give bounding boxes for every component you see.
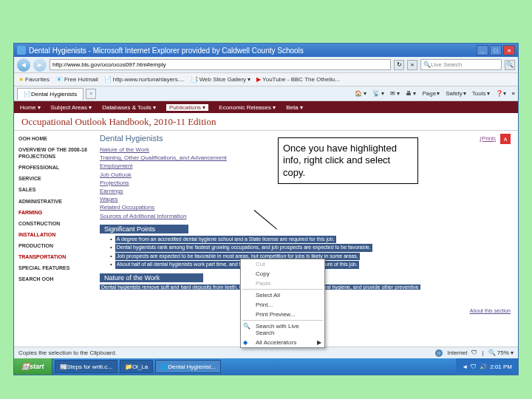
fav-link[interactable]: 📄 http-www.nortonahlayers....: [104, 76, 185, 83]
taskbar-item[interactable]: 📰 Steps for writi.c...: [55, 360, 117, 373]
menu-select-all[interactable]: Select All: [241, 290, 324, 300]
tools-menu[interactable]: Tools ▾: [472, 90, 490, 97]
close-button[interactable]: ×: [503, 45, 515, 55]
left-sidebar: OOH HOME OVERVIEW OF THE 2008-18 PROJECT…: [14, 131, 94, 347]
stop-button[interactable]: ×: [407, 60, 417, 70]
status-text: Copies the selection to the Clipboard.: [18, 349, 117, 356]
url-input[interactable]: http://www.bls.gov/oco/ocos097.htm#emply: [50, 59, 391, 70]
instruction-callout: Once you have highlighted info, right cl…: [278, 137, 418, 184]
sidebar-item[interactable]: SERVICE: [18, 175, 89, 182]
safety-menu[interactable]: Safety ▾: [446, 90, 466, 97]
section-link[interactable]: Related Occupations: [100, 203, 512, 211]
print-button[interactable]: 🖶 ▾: [406, 90, 416, 97]
highlighted-text[interactable]: Dental hygienists rank among the fastest…: [115, 244, 372, 252]
section-link[interactable]: Earnings: [100, 187, 512, 195]
refresh-button[interactable]: ↻: [394, 60, 404, 70]
site-nav: Home ▾ Subject Areas ▾ Databases & Tools…: [14, 101, 518, 113]
taskbar-item[interactable]: 📁 Ol_La: [120, 360, 153, 373]
sidebar-item[interactable]: TRANSPORTATION: [18, 253, 89, 260]
address-bar: ◄ ► http://www.bls.gov/oco/ocos097.htm#e…: [14, 57, 518, 73]
mail-button[interactable]: ✉ ▾: [390, 90, 400, 97]
about-section-link[interactable]: About this section: [470, 308, 511, 313]
sidebar-item[interactable]: INSTALLATION: [18, 231, 89, 238]
sidebar-item[interactable]: PROFESSIONAL: [18, 164, 89, 171]
favorites-bar: ★Favorites 📧 Free Hotmail 📄 http-www.nor…: [14, 73, 518, 86]
fav-link[interactable]: 📧 Free Hotmail: [55, 76, 98, 83]
maximize-button[interactable]: □: [490, 45, 502, 55]
menu-accelerators[interactable]: ◆All Accelerators▶: [241, 338, 324, 347]
nav-item[interactable]: Beta ▾: [286, 104, 303, 111]
system-tray[interactable]: ◄🛡🔊 2:01 PM: [456, 358, 518, 375]
tab-bar: 📄 Dental Hygienists ▫ 🏠 ▾ 📡 ▾ ✉ ▾ 🖶 ▾ Pa…: [14, 86, 518, 101]
window-title: Dental Hygienists - Microsoft Internet E…: [29, 47, 304, 55]
favorites-button[interactable]: ★Favorites: [18, 76, 50, 83]
minimize-button[interactable]: _: [477, 45, 488, 55]
status-bar: Copies the selection to the Clipboard. I…: [14, 347, 518, 358]
home-button[interactable]: 🏠 ▾: [355, 90, 366, 97]
nav-item[interactable]: Economic Releases ▾: [219, 104, 276, 111]
menu-paste: Paste: [241, 279, 324, 288]
new-tab-button[interactable]: ▫: [86, 89, 96, 99]
context-menu: Cut Copy Paste Select All Print... Print…: [240, 259, 325, 348]
nav-item[interactable]: Databases & Tools ▾: [102, 104, 156, 111]
sidebar-item[interactable]: ADMINISTRATIVE: [18, 198, 89, 205]
zoom-level[interactable]: 🔍 75% ▾: [488, 349, 514, 356]
fav-link[interactable]: 📑 Web Slice Gallery ▾: [191, 76, 250, 83]
clock: 2:01 PM: [490, 364, 512, 370]
fav-link[interactable]: ▶ YouTube - BBC The Othello...: [256, 76, 340, 83]
menu-search-live[interactable]: 🔍Search with Live Search: [241, 321, 324, 338]
feeds-button[interactable]: 📡 ▾: [372, 90, 384, 97]
sidebar-item[interactable]: PRODUCTION: [18, 242, 89, 249]
zone-label: Internet: [447, 349, 467, 356]
highlighted-text[interactable]: A degree from an accredited dental hygie…: [115, 236, 336, 244]
taskbar-item-active[interactable]: 🌐 Dental Hygienist...: [155, 360, 221, 373]
globe-icon: [435, 349, 443, 357]
menu-cut: Cut: [241, 259, 324, 269]
sidebar-item[interactable]: OVERVIEW OF THE 2008-18 PROJECTIONS: [18, 146, 89, 160]
pdf-icon[interactable]: A: [500, 134, 511, 144]
search-go[interactable]: 🔍: [505, 60, 515, 70]
sidebar-item[interactable]: SALES: [18, 186, 89, 193]
page-heading: Occupational Outlook Handbook, 2010-11 E…: [14, 113, 518, 131]
nav-item[interactable]: Subject Areas ▾: [51, 104, 92, 111]
significant-points-heading: Significant Points: [100, 225, 188, 233]
menu-print[interactable]: Print...: [241, 300, 324, 310]
ie-icon: [17, 46, 26, 55]
nav-item-active[interactable]: Publications ▾: [166, 104, 208, 111]
sidebar-item[interactable]: FARMING: [18, 209, 89, 216]
start-button[interactable]: 🪟 start: [14, 358, 52, 375]
nature-heading: Nature of the Work: [100, 273, 203, 282]
titlebar: Dental Hygienists - Microsoft Internet E…: [14, 44, 518, 57]
help-button[interactable]: ❓▾: [496, 90, 506, 97]
sidebar-item[interactable]: SEARCH OOH: [18, 276, 89, 282]
menu-copy[interactable]: Copy: [241, 269, 324, 279]
menu-print-preview[interactable]: Print Preview...: [241, 310, 324, 319]
tab-active[interactable]: 📄 Dental Hygienists: [17, 88, 83, 100]
section-link[interactable]: Sources of Additional Information: [100, 212, 512, 220]
nav-item[interactable]: Home ▾: [20, 104, 41, 111]
sidebar-item[interactable]: CONSTRUCTION: [18, 220, 89, 227]
page-menu[interactable]: Page ▾: [422, 90, 440, 97]
forward-button[interactable]: ►: [33, 58, 47, 72]
sidebar-item[interactable]: OOH HOME: [18, 135, 89, 142]
print-link[interactable]: (Print): [480, 135, 496, 142]
sidebar-item[interactable]: SPECIAL FEATURES: [18, 265, 89, 271]
back-button[interactable]: ◄: [17, 58, 30, 72]
search-input[interactable]: 🔍 Live Search: [420, 59, 502, 70]
section-link[interactable]: Wages: [100, 195, 512, 203]
protect-icon: 🛡: [471, 349, 477, 356]
taskbar: 🪟 start 📰 Steps for writi.c... 📁 Ol_La 🌐…: [14, 358, 518, 375]
